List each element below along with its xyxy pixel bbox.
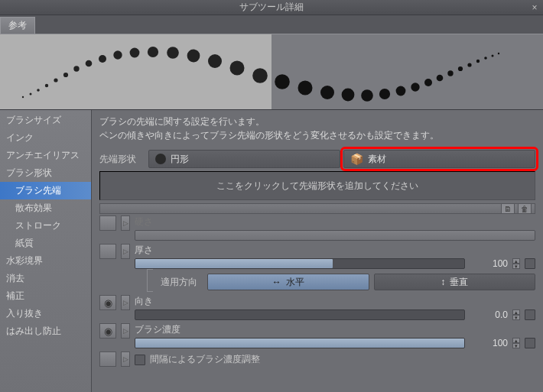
expand-thickness[interactable]: ▷ <box>121 244 130 259</box>
sidebar-item-paper[interactable]: 紙質 <box>0 235 91 252</box>
preview-dark <box>272 34 543 109</box>
svg-point-18 <box>298 81 313 96</box>
tip-shape-material-button[interactable]: 📦 素材 <box>343 150 535 168</box>
svg-point-10 <box>130 48 140 58</box>
angle-value: 0.0 <box>470 309 508 320</box>
reference-tab[interactable]: 参考 <box>0 17 35 34</box>
angle-stepper[interactable]: ▴▾ <box>512 309 520 320</box>
svg-point-32 <box>492 55 494 57</box>
svg-point-25 <box>424 79 432 86</box>
svg-point-11 <box>148 47 158 57</box>
density-label: ブラシ濃度 <box>135 323 535 336</box>
density-slider[interactable] <box>135 338 465 348</box>
svg-point-28 <box>458 66 463 71</box>
desc-line2: ペンの傾きや向きによってブラシ先端の形状をどう変化させるかも設定できます。 <box>99 128 535 142</box>
sidebar-item-scatter[interactable]: 散布効果 <box>0 199 91 217</box>
bracket-icon <box>147 269 153 292</box>
density-stepper[interactable]: ▴▾ <box>512 338 520 348</box>
sidebar-item-correction[interactable]: 補正 <box>0 287 91 305</box>
sidebar-item-antialias[interactable]: アンチエイリアス <box>0 147 91 164</box>
svg-point-29 <box>467 63 471 66</box>
direction-horizontal-button[interactable]: ↔ 水平 <box>207 274 369 290</box>
expand-hardness[interactable]: ▷ <box>121 215 130 231</box>
expand-spacing-adjust[interactable]: ▷ <box>121 352 130 367</box>
desc-line1: ブラシの先端に関する設定を行います。 <box>99 115 535 128</box>
svg-point-33 <box>498 53 499 54</box>
sidebar-item-inout[interactable]: 入り抜き <box>0 305 91 322</box>
sidebar-item-overflow-prevent[interactable]: はみ出し防止 <box>0 322 91 340</box>
thickness-value: 100 <box>470 258 508 269</box>
svg-point-27 <box>447 70 453 76</box>
thickness-slider[interactable] <box>135 258 465 269</box>
sidebar-item-watercolor-edge[interactable]: 水彩境界 <box>0 252 91 270</box>
svg-point-3 <box>45 84 48 87</box>
tip-shape-label: 先端形状 <box>99 153 145 166</box>
svg-point-12 <box>167 47 179 59</box>
visibility-toggle-spacing-adjust[interactable] <box>99 352 116 367</box>
angle-label: 向き <box>135 295 535 308</box>
angle-slider[interactable] <box>135 309 465 320</box>
spacing-adjust-checkbox[interactable] <box>135 355 145 365</box>
sidebar-item-brush-size[interactable]: ブラシサイズ <box>0 112 91 129</box>
thickness-label: 厚さ <box>135 244 535 257</box>
svg-point-22 <box>379 89 390 99</box>
svg-point-19 <box>320 86 334 99</box>
close-icon[interactable]: × <box>529 2 540 13</box>
svg-point-0 <box>22 96 24 98</box>
svg-point-13 <box>187 50 200 63</box>
expand-angle[interactable]: ▷ <box>121 295 130 310</box>
svg-point-30 <box>476 60 480 63</box>
svg-point-31 <box>484 57 487 60</box>
window-title: サブツール詳細 <box>239 1 304 14</box>
hardness-label: 硬さ <box>135 215 535 228</box>
visibility-toggle-density[interactable]: ◉ <box>99 323 116 339</box>
brush-preview <box>0 34 543 110</box>
tip-material-toolbar: 🗎 🗑 <box>99 203 535 214</box>
svg-point-16 <box>252 68 268 83</box>
visibility-toggle-angle[interactable]: ◉ <box>99 295 116 310</box>
thickness-dynamics-checkbox[interactable] <box>525 258 535 269</box>
expand-density[interactable]: ▷ <box>121 323 130 339</box>
sidebar-item-brush-shape[interactable]: ブラシ形状 <box>0 164 91 182</box>
settings-panel: ブラシの先端に関する設定を行います。 ペンの傾きや向きによってブラシ先端の形状を… <box>92 110 543 392</box>
svg-point-9 <box>113 50 122 59</box>
svg-point-14 <box>208 54 222 68</box>
svg-point-4 <box>54 78 57 82</box>
sidebar-item-ink[interactable]: インク <box>0 129 91 147</box>
material-icon: 📦 <box>350 153 363 165</box>
svg-point-26 <box>437 75 444 82</box>
vertical-icon: ↕ <box>441 277 445 287</box>
svg-point-24 <box>411 83 419 91</box>
density-dynamics-checkbox[interactable] <box>525 338 535 348</box>
angle-dynamics-checkbox[interactable] <box>525 309 535 320</box>
circle-icon <box>155 154 166 164</box>
apply-direction-label: 適用方向 <box>161 276 203 289</box>
svg-point-21 <box>361 89 373 102</box>
svg-point-23 <box>396 86 406 96</box>
tip-shape-circle-label: 円形 <box>171 153 189 166</box>
panel-description: ブラシの先端に関する設定を行います。 ペンの傾きや向きによってブラシ先端の形状を… <box>99 115 535 142</box>
trash-icon[interactable]: 🗑 <box>518 203 532 214</box>
svg-point-6 <box>73 66 79 71</box>
svg-point-17 <box>275 74 290 89</box>
doc-icon[interactable]: 🗎 <box>501 203 515 214</box>
svg-point-2 <box>37 89 40 92</box>
horizontal-icon: ↔ <box>272 277 281 287</box>
svg-point-1 <box>30 93 32 96</box>
tip-shape-circle-button[interactable]: 円形 <box>148 150 340 168</box>
svg-point-20 <box>342 89 355 102</box>
visibility-toggle-thickness[interactable] <box>99 244 116 259</box>
sidebar-item-erase[interactable]: 消去 <box>0 270 91 287</box>
tip-shape-material-label: 素材 <box>368 153 386 166</box>
preview-light <box>0 34 272 109</box>
direction-vertical-button[interactable]: ↕ 垂直 <box>374 274 536 290</box>
sidebar-item-stroke[interactable]: ストローク <box>0 217 91 235</box>
thickness-stepper[interactable]: ▴▾ <box>512 258 520 269</box>
svg-point-5 <box>63 73 68 77</box>
visibility-toggle-hardness[interactable] <box>99 215 116 231</box>
hardness-slider <box>135 230 535 241</box>
title-bar: サブツール詳細 × <box>0 0 543 15</box>
sidebar-item-brush-tip[interactable]: ブラシ先端 <box>0 182 91 199</box>
reference-strip: 参考 <box>0 15 543 110</box>
tip-material-drop-zone[interactable]: ここをクリックして先端形状を追加してください <box>99 171 535 200</box>
